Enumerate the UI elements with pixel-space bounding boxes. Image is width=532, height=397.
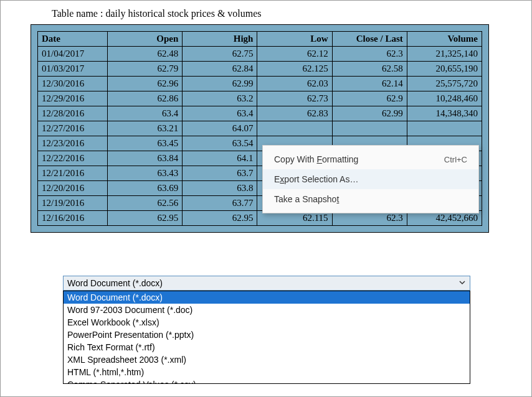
context-menu-label: Take a Snapshot (274, 194, 467, 204)
dropdown-list: Word Document (*.docx)Word 97-2003 Docum… (63, 291, 470, 384)
cell-value[interactable]: 63.54 (183, 136, 257, 151)
table-row[interactable]: 12/28/201663.463.462.8362.9914,348,340 (38, 106, 482, 121)
col-date[interactable]: Date (38, 32, 108, 47)
col-close[interactable]: Close / Last (332, 32, 407, 47)
cell-value[interactable]: 64.07 (183, 121, 257, 136)
cell-date[interactable]: 12/23/2016 (38, 136, 108, 151)
cell-value[interactable]: 62.125 (257, 62, 332, 77)
table-row[interactable]: 01/03/201762.7962.8462.12562.5820,655,19… (38, 62, 482, 77)
cell-value[interactable]: 63.4 (183, 106, 257, 121)
table-row[interactable]: 12/30/201662.9662.9962.0362.1425,575,720 (38, 77, 482, 91)
cell-value[interactable]: 62.79 (108, 62, 183, 77)
cell-value[interactable]: 62.95 (108, 211, 183, 226)
cell-value[interactable]: 62.9 (332, 91, 407, 106)
col-high[interactable]: High (183, 32, 257, 47)
cell-value[interactable]: 62.95 (183, 211, 257, 226)
cell-value[interactable] (332, 121, 407, 136)
cell-date[interactable]: 12/20/2016 (38, 181, 108, 196)
cell-value[interactable]: 62.3 (332, 47, 407, 62)
cell-value[interactable]: 62.56 (108, 196, 183, 211)
context-menu-item[interactable]: Export Selection As… (263, 169, 478, 189)
cell-date[interactable]: 12/28/2016 (38, 106, 108, 121)
cell-date[interactable]: 12/21/2016 (38, 166, 108, 181)
context-menu-item[interactable]: Take a Snapshot (263, 189, 478, 209)
cell-date[interactable]: 12/22/2016 (38, 151, 108, 166)
cell-value[interactable]: 62.96 (108, 77, 183, 91)
cell-value[interactable]: 62.03 (257, 77, 332, 91)
cell-date[interactable]: 01/04/2017 (38, 47, 108, 62)
context-menu-label: Copy With Formatting (274, 154, 444, 164)
context-menu-shortcut: Ctrl+C (444, 155, 467, 164)
context-menu-label: Export Selection As… (274, 174, 467, 184)
file-type-dropdown[interactable]: Word Document (*.docx) Word Document (*.… (63, 276, 470, 384)
col-volume[interactable]: Volume (407, 32, 482, 47)
cell-value[interactable]: 63.45 (108, 136, 183, 151)
cell-date[interactable]: 12/27/2016 (38, 121, 108, 136)
cell-value[interactable]: 63.69 (108, 181, 183, 196)
cell-value[interactable]: 63.21 (108, 121, 183, 136)
col-low[interactable]: Low (257, 32, 332, 47)
cell-value[interactable]: 21,325,140 (407, 47, 482, 62)
cell-value[interactable]: 62.73 (257, 91, 332, 106)
context-menu-item[interactable]: Copy With FormattingCtrl+C (263, 149, 478, 169)
cell-value[interactable]: 20,655,190 (407, 62, 482, 77)
cell-value[interactable]: 63.77 (183, 196, 257, 211)
table-header-row: Date Open High Low Close / Last Volume (38, 32, 482, 47)
dropdown-option[interactable]: PowerPoint Presentation (*.pptx) (64, 329, 470, 341)
cell-value[interactable]: 63.2 (183, 91, 257, 106)
cell-value[interactable]: 63.43 (108, 166, 183, 181)
col-open[interactable]: Open (108, 32, 183, 47)
cell-date[interactable]: 12/29/2016 (38, 91, 108, 106)
cell-date[interactable]: 01/03/2017 (38, 62, 108, 77)
table-row[interactable]: 01/04/201762.4862.7562.1262.321,325,140 (38, 47, 482, 62)
dropdown-option[interactable]: Word Document (*.docx) (64, 291, 470, 304)
dropdown-option[interactable]: HTML (*.html,*.htm) (64, 366, 470, 378)
dropdown-option[interactable]: XML Spreadsheet 2003 (*.xml) (64, 353, 470, 366)
table-row[interactable]: 12/27/201663.2164.07 (38, 121, 482, 136)
cell-value[interactable]: 10,248,460 (407, 91, 482, 106)
cell-value[interactable]: 64.1 (183, 151, 257, 166)
cell-value[interactable]: 62.58 (332, 62, 407, 77)
cell-value[interactable]: 62.86 (108, 91, 183, 106)
cell-value[interactable]: 63.8 (183, 181, 257, 196)
chevron-down-icon[interactable] (457, 278, 467, 287)
cell-value[interactable]: 63.84 (108, 151, 183, 166)
cell-value[interactable]: 63.7 (183, 166, 257, 181)
table-row[interactable]: 12/29/201662.8663.262.7362.910,248,460 (38, 91, 482, 106)
cell-value[interactable]: 62.84 (183, 62, 257, 77)
dropdown-selected[interactable]: Word Document (*.docx) (63, 276, 470, 291)
dropdown-option[interactable]: Excel Workbook (*.xlsx) (64, 316, 470, 329)
cell-value[interactable]: 62.75 (183, 47, 257, 62)
cell-value[interactable]: 62.14 (332, 77, 407, 91)
dropdown-option[interactable]: Rich Text Format (*.rtf) (64, 341, 470, 353)
cell-value[interactable]: 62.99 (332, 106, 407, 121)
cell-value[interactable]: 62.83 (257, 106, 332, 121)
cell-date[interactable]: 12/19/2016 (38, 196, 108, 211)
cell-value[interactable]: 62.48 (108, 47, 183, 62)
dropdown-option[interactable]: Word 97-2003 Document (*.doc) (64, 304, 470, 316)
cell-value[interactable]: 25,575,720 (407, 77, 482, 91)
cell-date[interactable]: 12/16/2016 (38, 211, 108, 226)
cell-value[interactable]: 14,348,340 (407, 106, 482, 121)
cell-value[interactable]: 63.4 (108, 106, 183, 121)
dropdown-selected-label: Word Document (*.docx) (67, 278, 163, 288)
cell-value[interactable] (257, 121, 332, 136)
cell-value[interactable]: 62.99 (183, 77, 257, 91)
dropdown-option[interactable]: Comma Separated Values (*.csv) (64, 378, 470, 384)
cell-value[interactable]: 62.12 (257, 47, 332, 62)
table-caption: Table name : daily historical stock pric… (1, 1, 531, 24)
context-menu: Copy With FormattingCtrl+CExport Selecti… (262, 145, 479, 213)
cell-date[interactable]: 12/30/2016 (38, 77, 108, 91)
cell-value[interactable] (407, 121, 482, 136)
